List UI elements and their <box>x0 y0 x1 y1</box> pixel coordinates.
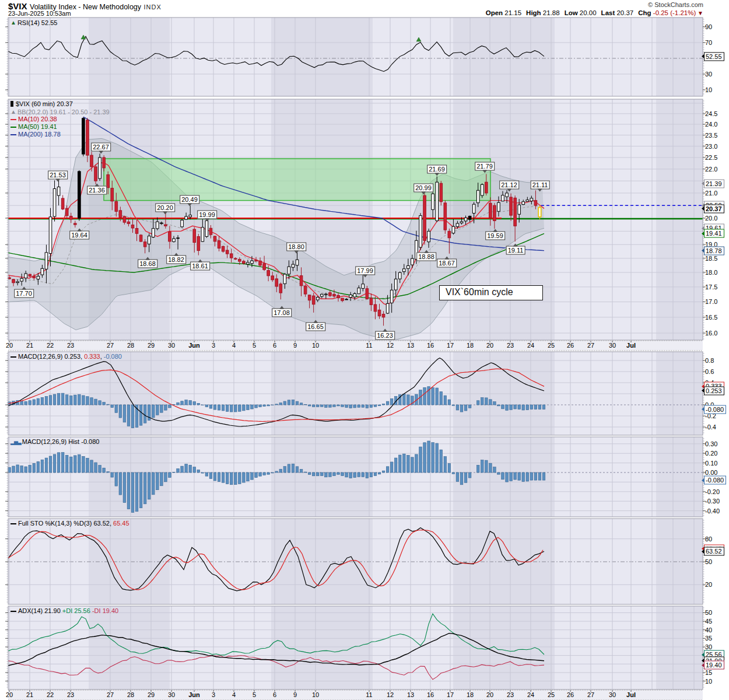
legend-price-line3: MA(50) 19.41 <box>10 123 57 131</box>
callout-pointer <box>279 306 284 309</box>
date-label: 6 <box>273 342 276 349</box>
date-label: 12 <box>387 342 394 349</box>
y-axis-label: 22.5 <box>705 154 717 161</box>
line-swatch-icon <box>10 356 16 358</box>
date-label: 21 <box>26 342 33 349</box>
y-axis-label: -0.4 <box>705 424 716 430</box>
legend-hist-line0: ▂▅▃MACD(12,26,9) Hist -0.080 <box>10 438 99 446</box>
legend-macd-line0: MACD(12,26,9) 0.253, 0.333, -0.080 <box>10 353 122 360</box>
triangle-icon: ▲ <box>10 19 16 26</box>
y-axis-label: 50 <box>705 558 712 565</box>
axis-value-callout: 52.55 <box>704 52 724 61</box>
y-axis-label: 0.30 <box>705 440 717 447</box>
price-label-callout: 18.82 <box>166 256 186 264</box>
line-swatch-icon <box>10 611 16 612</box>
callout-pointer <box>538 189 542 192</box>
candlestick-icon <box>10 101 13 107</box>
triangle-icon: ▲ <box>10 108 16 116</box>
date-label: 29 <box>148 342 155 349</box>
price-label-callout: 18.61 <box>190 262 210 271</box>
y-axis-label: 10 <box>705 678 712 685</box>
price-label-callout: 19.64 <box>69 231 89 240</box>
y-axis-label: 22.0 <box>705 166 717 173</box>
price-label-callout: 21.36 <box>87 186 107 195</box>
price-label-callout: 18.68 <box>138 260 157 268</box>
date-label: 26 <box>567 342 574 349</box>
axis-callout-text: 21.39 <box>706 180 722 187</box>
y-axis-label: 45 <box>705 618 712 625</box>
price-label-callout: 21.79 <box>475 162 495 171</box>
y-axis-label: -0.30 <box>705 498 720 505</box>
legend-text: RSI(14) 52.55 <box>17 19 57 26</box>
date-label: 17 <box>447 342 454 349</box>
y-axis-label: 50 <box>705 609 712 616</box>
y-axis-label: 40 <box>705 626 712 634</box>
axis-callout-text: 18.78 <box>706 247 722 254</box>
date-label: 23 <box>507 342 514 349</box>
date-label: Jun <box>188 691 200 698</box>
callout-pointer <box>383 329 387 332</box>
y-axis-label: 0.20 <box>705 450 717 457</box>
histogram-icon: ▂▅▃ <box>10 439 21 446</box>
legend-price-line4: MA(200) 18.78 <box>10 131 61 138</box>
y-axis-label: 30 <box>705 71 712 78</box>
axis-callout-text: 19.41 <box>706 230 722 237</box>
callout-pointer <box>22 287 26 290</box>
stockcharts-chart: $VIX Volatility Index - New Methodology … <box>0 0 729 700</box>
date-label: 4 <box>232 691 236 698</box>
y-axis-label: 24.0 <box>705 121 717 128</box>
y-axis-label: 0.8 <box>705 357 714 364</box>
y-axis-label: 30 <box>705 643 712 650</box>
date-label: 30 <box>168 691 175 698</box>
price-label-callout: 21.69 <box>427 165 447 174</box>
macd-panel <box>5 352 706 435</box>
axis-callout-text: 52.55 <box>706 52 722 60</box>
line-swatch-icon <box>10 119 16 120</box>
y-axis-label: 16.0 <box>705 330 717 337</box>
price-label-callout: 22.67 <box>91 143 111 152</box>
legend-text: Full STO %K(14,3) %D(3) 63.52 <box>18 520 110 527</box>
chart-plot-area <box>0 0 729 700</box>
callout-pointer <box>363 275 367 278</box>
price-label-callout: 17.99 <box>355 267 375 275</box>
callout-pointer <box>94 184 99 187</box>
callout-pointer <box>513 244 518 247</box>
date-label: 30 <box>168 342 175 349</box>
callout-pointer <box>77 229 82 232</box>
date-label: 4 <box>232 342 236 349</box>
date-label: 27 <box>587 691 594 698</box>
user-annotation-textbox[interactable]: VIX`60min cycle <box>439 285 543 300</box>
date-label: 20 <box>486 691 493 698</box>
y-axis-label: 20.0 <box>705 215 717 222</box>
date-label: 5 <box>253 691 256 698</box>
callout-pointer <box>174 253 178 256</box>
y-axis-label: 0.6 <box>705 368 714 375</box>
axis-value-callout: 21.39 <box>704 179 724 188</box>
price-label-callout: 19.99 <box>197 211 217 219</box>
legend-text: -0.080 <box>104 353 122 360</box>
legend-text: MACD(12,26,9) 0.253 <box>18 353 80 360</box>
axis-callout-text: -0.080 <box>706 405 724 412</box>
date-label: 13 <box>407 342 414 349</box>
date-label: 16 <box>427 342 434 349</box>
axis-value-callout: 18.78 <box>704 246 724 255</box>
date-label: 27 <box>107 342 114 349</box>
y-axis-label: 24.5 <box>705 110 717 117</box>
axis-value-callout: -0.080 <box>704 405 726 414</box>
callout-pointer <box>187 204 192 206</box>
callout-pointer <box>163 212 167 215</box>
legend-sto-line0: Full STO %K(14,3) %D(3) 63.52, 65.45 <box>10 520 129 527</box>
legend-price-line0: $VIX (60 min) 20.37 <box>10 100 73 108</box>
adx-panel <box>5 606 706 690</box>
y-axis-label: 80 <box>705 536 712 542</box>
date-label: 3 <box>212 342 215 349</box>
callout-pointer <box>424 250 429 253</box>
legend-text: ADX(14) 21.90 <box>18 607 62 614</box>
y-axis-label: 17.0 <box>705 298 717 305</box>
axis-callout-text: 20.37 <box>706 205 722 212</box>
price-label-callout: 19.11 <box>506 246 525 255</box>
legend-text: MA(50) 19.41 <box>18 123 57 130</box>
price-label-callout: 20.49 <box>180 195 199 204</box>
date-label: 25 <box>548 342 555 349</box>
price-label-callout: 20.20 <box>155 204 175 212</box>
